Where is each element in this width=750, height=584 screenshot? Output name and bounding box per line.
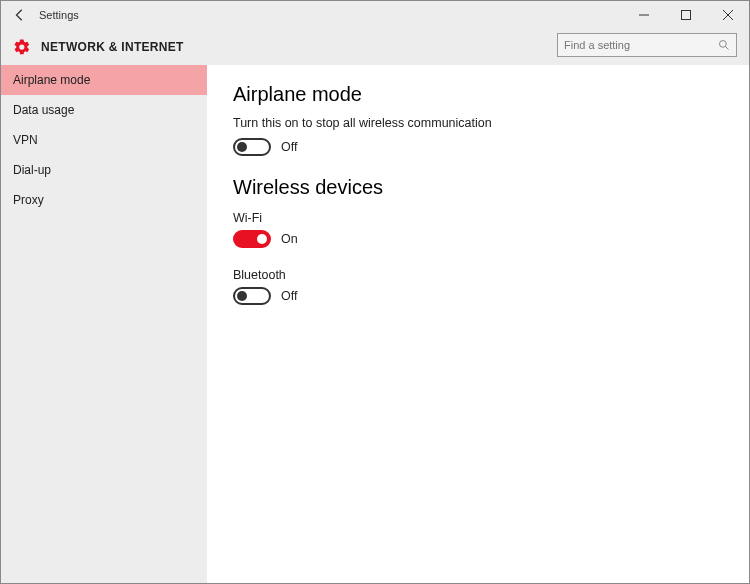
bluetooth-toggle-label: Off <box>281 289 297 303</box>
svg-rect-1 <box>682 11 691 20</box>
sidebar-item-label: Dial-up <box>13 163 51 177</box>
window-controls <box>623 1 749 29</box>
wifi-label: Wi-Fi <box>233 211 723 225</box>
toggle-knob <box>237 291 247 301</box>
airplane-mode-toggle-row: Off <box>233 138 723 156</box>
svg-line-5 <box>726 47 729 50</box>
wifi-toggle[interactable] <box>233 230 271 248</box>
airplane-mode-description: Turn this on to stop all wireless commun… <box>233 116 723 130</box>
arrow-left-icon <box>13 8 27 22</box>
wifi-toggle-label: On <box>281 232 298 246</box>
header: NETWORK & INTERNET <box>1 29 749 65</box>
bluetooth-label: Bluetooth <box>233 268 723 282</box>
svg-point-4 <box>720 41 727 48</box>
header-title: NETWORK & INTERNET <box>41 40 184 54</box>
airplane-mode-toggle-label: Off <box>281 140 297 154</box>
toggle-knob <box>257 234 267 244</box>
search-input[interactable] <box>564 39 718 51</box>
titlebar: Settings <box>1 1 749 29</box>
wifi-group: Wi-Fi On <box>233 211 723 248</box>
window-title: Settings <box>39 9 79 21</box>
sidebar-item-label: Proxy <box>13 193 44 207</box>
sidebar-item-label: Airplane mode <box>13 73 90 87</box>
minimize-button[interactable] <box>623 1 665 29</box>
sidebar-item-data-usage[interactable]: Data usage <box>1 95 207 125</box>
search-icon <box>718 39 730 51</box>
wireless-devices-heading: Wireless devices <box>233 176 723 199</box>
sidebar-item-proxy[interactable]: Proxy <box>1 185 207 215</box>
close-button[interactable] <box>707 1 749 29</box>
search-box[interactable] <box>557 33 737 57</box>
close-icon <box>723 10 733 20</box>
sidebar-item-vpn[interactable]: VPN <box>1 125 207 155</box>
gear-icon <box>13 38 31 56</box>
content: Airplane mode Turn this on to stop all w… <box>207 65 749 583</box>
toggle-knob <box>237 142 247 152</box>
bluetooth-toggle[interactable] <box>233 287 271 305</box>
sidebar-item-label: VPN <box>13 133 38 147</box>
sidebar-item-airplane-mode[interactable]: Airplane mode <box>1 65 207 95</box>
maximize-icon <box>681 10 691 20</box>
sidebar-item-dial-up[interactable]: Dial-up <box>1 155 207 185</box>
bluetooth-group: Bluetooth Off <box>233 268 723 305</box>
sidebar: Airplane mode Data usage VPN Dial-up Pro… <box>1 65 207 583</box>
airplane-mode-heading: Airplane mode <box>233 83 723 106</box>
minimize-icon <box>639 10 649 20</box>
body: Airplane mode Data usage VPN Dial-up Pro… <box>1 65 749 583</box>
airplane-mode-toggle[interactable] <box>233 138 271 156</box>
bluetooth-toggle-row: Off <box>233 287 723 305</box>
wifi-toggle-row: On <box>233 230 723 248</box>
maximize-button[interactable] <box>665 1 707 29</box>
sidebar-item-label: Data usage <box>13 103 74 117</box>
back-button[interactable] <box>1 1 39 29</box>
